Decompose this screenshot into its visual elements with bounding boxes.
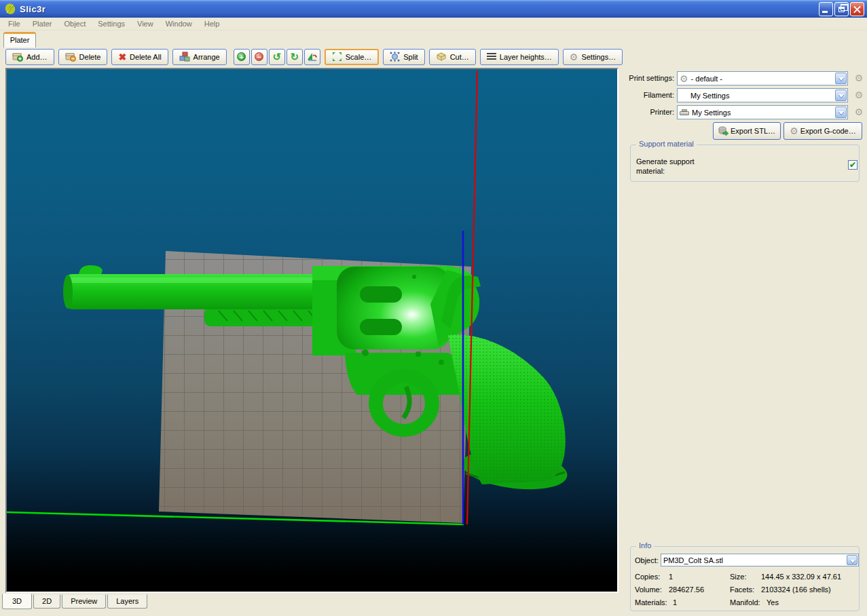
filament-gear-button[interactable]: ⚙ (853, 89, 865, 101)
minimize-icon (822, 11, 828, 13)
manifold-value: Yes (767, 598, 779, 607)
chevron-down-icon[interactable] (835, 73, 847, 84)
menu-window[interactable]: Window (160, 18, 198, 29)
tab-3d[interactable]: 3D (2, 594, 32, 609)
print-settings-label: Print settings: (623, 74, 674, 82)
support-material-group: Support material Generate support materi… (630, 145, 860, 182)
slic3r-app-icon (4, 3, 16, 15)
export-stl-button[interactable]: Export STL… (713, 122, 781, 140)
export-gcode-label: Export G-code… (800, 127, 856, 135)
add-label: Add… (26, 53, 48, 61)
chevron-down-icon[interactable] (835, 90, 847, 101)
printer-dropdown[interactable]: My Settings (677, 105, 848, 119)
printer-label: Printer: (623, 108, 674, 116)
menu-bar: File Plater Object Settings View Window … (0, 18, 867, 31)
mirror-button[interactable] (304, 49, 320, 65)
object-value: PM3D_Colt SA.stl (663, 556, 846, 564)
delete-all-icon: ✖ (118, 52, 126, 62)
preset-gear-icon: ⚙ (680, 74, 688, 83)
rotate-cw-button[interactable]: ↻ (287, 49, 303, 65)
filament-value: My Settings (690, 92, 834, 100)
rotate-cw-icon: ↻ (290, 52, 299, 62)
restore-button[interactable] (834, 2, 849, 16)
filament-label: Filament: (623, 91, 674, 99)
export-gcode-gear-icon: ⚙ (790, 126, 798, 136)
delete-button[interactable]: Delete (58, 49, 108, 65)
materials-value: 1 (673, 598, 677, 607)
printer-gear-button[interactable]: ⚙ (853, 106, 865, 118)
object-dropdown[interactable]: PM3D_Colt SA.stl (661, 554, 859, 566)
layer-heights-icon (487, 53, 496, 61)
add-box-icon (12, 52, 23, 62)
facets-value: 2103324 (166 shells) (761, 585, 831, 594)
print-settings-gear-button[interactable]: ⚙ (853, 72, 865, 84)
cut-button[interactable]: Cut… (429, 49, 476, 65)
rotate-ccw-button[interactable]: ↺ (269, 49, 285, 65)
chevron-down-icon[interactable] (835, 107, 847, 118)
printer-icon (680, 109, 689, 116)
export-stl-icon (718, 126, 728, 136)
layer-heights-button[interactable]: Layer heights… (480, 49, 559, 65)
tab-layers[interactable]: Layers (107, 594, 147, 609)
title-bar: Slic3r (0, 0, 867, 18)
scale-label: Scale… (346, 53, 372, 61)
minimize-button[interactable] (819, 2, 833, 16)
menu-plater[interactable]: Plater (26, 18, 58, 29)
chevron-down-icon[interactable] (847, 555, 857, 565)
copies-value: 1 (669, 573, 673, 581)
arrange-label: Arrange (193, 53, 220, 61)
delete-label: Delete (79, 53, 101, 61)
menu-object[interactable]: Object (58, 18, 92, 29)
view-tab-bar: 3D 2D Preview Layers (0, 594, 623, 613)
increase-copies-button[interactable]: + (234, 49, 250, 65)
generate-support-checkbox[interactable]: ✔ (848, 160, 857, 170)
delete-all-label: Delete All (130, 53, 161, 61)
export-gcode-button[interactable]: ⚙ Export G-code… (783, 122, 862, 140)
settings-button[interactable]: ⚙ Settings… (563, 49, 623, 65)
print-settings-dropdown[interactable]: ⚙ - default - (677, 71, 848, 85)
gear-icon: ⚙ (570, 52, 578, 62)
filament-dropdown[interactable]: My Settings (677, 88, 848, 102)
volume-value: 284627.56 (669, 585, 704, 594)
settings-label: Settings… (581, 53, 616, 61)
info-group: Info Object: PM3D_Colt SA.stl Copies: 1 … (630, 546, 860, 611)
volume-label: Volume: (635, 585, 662, 594)
split-label: Split (403, 53, 418, 61)
export-stl-label: Export STL… (731, 127, 775, 135)
plus-circle-icon: + (237, 52, 246, 61)
size-label: Size: (730, 573, 746, 581)
toolbar: Add… Delete ✖ Delete All Arrange + − ↺ ↻… (0, 47, 867, 66)
arrange-button[interactable]: Arrange (172, 49, 227, 65)
tab-row: Plater (0, 31, 867, 47)
decrease-copies-button[interactable]: − (251, 49, 268, 65)
tab-2d[interactable]: 2D (33, 594, 60, 609)
support-material-title: Support material (636, 140, 697, 148)
mirror-icon (307, 52, 318, 62)
tab-plater[interactable]: Plater (3, 32, 36, 47)
tab-preview[interactable]: Preview (62, 594, 106, 609)
split-button[interactable]: Split (383, 49, 424, 65)
facets-label: Facets: (730, 585, 754, 594)
delete-all-button[interactable]: ✖ Delete All (111, 49, 168, 65)
minus-circle-icon: − (255, 52, 263, 61)
manifold-label: Manifold: (730, 598, 760, 607)
window-title: Slic3r (20, 4, 45, 14)
3d-viewport-canvas[interactable] (5, 68, 619, 593)
menu-view[interactable]: View (131, 18, 160, 29)
split-icon (390, 52, 400, 62)
generate-support-label-2: material: (636, 167, 665, 175)
cut-box-icon (436, 52, 447, 62)
restore-icon (838, 7, 845, 12)
size-value: 144.45 x 332.09 x 47.61 (761, 573, 841, 581)
generate-support-label: Generate support (636, 157, 695, 166)
settings-panel: Print settings: ⚙ - default - ⚙ Filament… (623, 66, 867, 616)
menu-settings[interactable]: Settings (92, 18, 131, 29)
add-button[interactable]: Add… (5, 49, 54, 65)
delete-box-icon (65, 52, 76, 62)
arrange-cubes-icon (179, 52, 190, 62)
menu-help[interactable]: Help (198, 18, 226, 29)
scale-button[interactable]: Scale… (325, 49, 380, 65)
object-label: Object: (635, 556, 659, 564)
close-button[interactable] (850, 2, 864, 16)
menu-file[interactable]: File (2, 18, 26, 29)
